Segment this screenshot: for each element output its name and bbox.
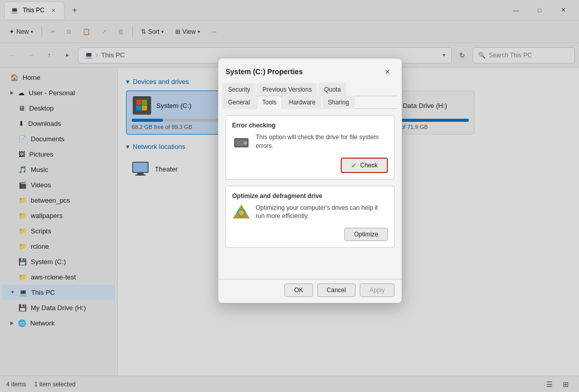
optimize-row: Optimizing your computer's drives can he… — [232, 204, 388, 242]
check-icon: ✔ — [351, 161, 357, 169]
modal-overlay: System (C:) Properties ✕ Security Previo… — [0, 0, 579, 392]
svg-point-17 — [244, 141, 247, 144]
error-checking-desc: This option will check the drive for fil… — [256, 133, 388, 150]
modal-tab-security[interactable]: Security — [222, 83, 256, 96]
properties-modal: System (C:) Properties ✕ Security Previo… — [218, 58, 402, 303]
modal-footer: OK Cancel Apply — [218, 279, 402, 303]
error-checking-title: Error checking — [232, 122, 388, 129]
modal-title-bar: System (C:) Properties ✕ — [218, 58, 402, 79]
error-checking-row: This option will check the drive for fil… — [232, 133, 388, 173]
svg-point-21 — [239, 210, 244, 215]
optimize-desc: Optimizing your computer's drives can he… — [256, 204, 388, 221]
check-button[interactable]: ✔ Check — [341, 158, 388, 173]
cancel-button[interactable]: Cancel — [317, 284, 356, 297]
optimize-icon — [232, 204, 251, 222]
modal-content: Error checking This option will check th… — [218, 109, 402, 279]
modal-tab-quota[interactable]: Quota — [318, 83, 346, 96]
error-checking-section: Error checking This option will check th… — [225, 115, 395, 180]
modal-close-button[interactable]: ✕ — [380, 64, 395, 79]
error-checking-icon — [232, 133, 251, 151]
modal-title: System (C:) Properties — [225, 68, 380, 76]
modal-tab-row-1: Security Previous Versions Quota — [222, 83, 398, 96]
ok-button[interactable]: OK — [284, 284, 313, 297]
optimize-title: Optimize and defragment drive — [232, 192, 388, 200]
modal-tab-previous-versions[interactable]: Previous Versions — [257, 83, 317, 96]
modal-tab-tools[interactable]: Tools — [257, 96, 282, 109]
apply-button[interactable]: Apply — [360, 284, 395, 297]
optimize-button[interactable]: Optimize — [344, 228, 388, 241]
modal-tab-row-2: General Tools Hardware Sharing — [222, 96, 398, 109]
modal-tab-hardware[interactable]: Hardware — [283, 96, 321, 109]
optimize-section: Optimize and defragment drive Optimizing… — [225, 186, 395, 248]
modal-tab-sharing[interactable]: Sharing — [322, 96, 355, 109]
modal-tab-general[interactable]: General — [222, 96, 256, 109]
modal-tabs: Security Previous Versions Quota General… — [218, 83, 402, 109]
